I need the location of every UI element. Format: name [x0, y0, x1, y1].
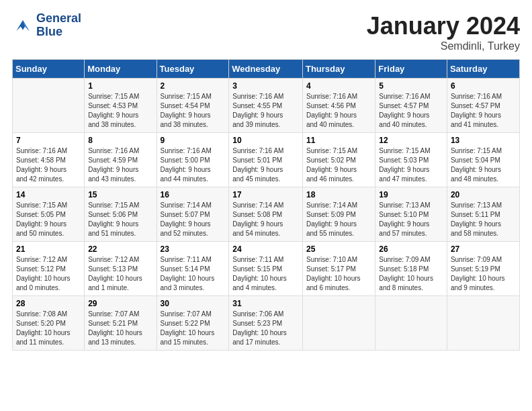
day-number: 26 [379, 244, 443, 254]
title-block: January 2024 Semdinli, Turkey [367, 12, 520, 52]
day-number: 15 [88, 190, 152, 199]
day-cell: 17Sunrise: 7:14 AM Sunset: 5:08 PM Dayli… [229, 187, 303, 242]
day-detail: Sunrise: 7:15 AM Sunset: 4:54 PM Dayligh… [161, 92, 226, 130]
day-detail: Sunrise: 7:16 AM Sunset: 4:57 PM Dayligh… [451, 92, 516, 130]
day-cell: 5Sunrise: 7:16 AM Sunset: 4:57 PM Daylig… [375, 79, 447, 133]
day-detail: Sunrise: 7:16 AM Sunset: 4:56 PM Dayligh… [306, 92, 371, 130]
day-cell: 7Sunrise: 7:16 AM Sunset: 4:58 PM Daylig… [13, 133, 85, 187]
day-detail: Sunrise: 7:15 AM Sunset: 5:06 PM Dayligh… [88, 201, 152, 238]
day-detail: Sunrise: 7:16 AM Sunset: 4:55 PM Dayligh… [232, 92, 299, 130]
day-number: 28 [16, 299, 81, 308]
day-cell: 23Sunrise: 7:11 AM Sunset: 5:14 PM Dayli… [157, 242, 229, 296]
day-number: 24 [232, 244, 299, 254]
day-number: 1 [88, 81, 152, 91]
day-detail: Sunrise: 7:14 AM Sunset: 5:09 PM Dayligh… [306, 201, 371, 238]
day-detail: Sunrise: 7:11 AM Sunset: 5:15 PM Dayligh… [232, 255, 299, 293]
day-detail: Sunrise: 7:14 AM Sunset: 5:08 PM Dayligh… [232, 201, 299, 238]
day-detail: Sunrise: 7:09 AM Sunset: 5:18 PM Dayligh… [379, 255, 443, 293]
day-cell: 14Sunrise: 7:15 AM Sunset: 5:05 PM Dayli… [13, 187, 85, 242]
week-row-3: 14Sunrise: 7:15 AM Sunset: 5:05 PM Dayli… [13, 187, 520, 242]
col-sunday: Sunday [13, 60, 85, 79]
day-cell: 12Sunrise: 7:15 AM Sunset: 5:03 PM Dayli… [375, 133, 447, 187]
logo-text: General Blue [36, 12, 81, 39]
header-row: Sunday Monday Tuesday Wednesday Thursday… [13, 60, 520, 79]
day-detail: Sunrise: 7:09 AM Sunset: 5:19 PM Dayligh… [451, 255, 516, 293]
day-number: 22 [88, 244, 152, 254]
day-number: 13 [451, 136, 516, 145]
calendar-header: Sunday Monday Tuesday Wednesday Thursday… [13, 60, 520, 79]
day-number: 10 [232, 136, 299, 145]
day-cell [302, 296, 375, 351]
day-cell: 19Sunrise: 7:13 AM Sunset: 5:10 PM Dayli… [375, 187, 447, 242]
day-number: 7 [16, 136, 81, 145]
day-detail: Sunrise: 7:15 AM Sunset: 5:02 PM Dayligh… [306, 146, 371, 184]
week-row-4: 21Sunrise: 7:12 AM Sunset: 5:12 PM Dayli… [13, 242, 520, 296]
day-detail: Sunrise: 7:16 AM Sunset: 5:01 PM Dayligh… [232, 146, 299, 184]
day-number: 5 [379, 81, 443, 91]
day-detail: Sunrise: 7:14 AM Sunset: 5:07 PM Dayligh… [161, 201, 226, 238]
logo: General Blue [12, 12, 81, 39]
day-detail: Sunrise: 7:16 AM Sunset: 5:00 PM Dayligh… [161, 146, 226, 184]
day-number: 27 [451, 244, 516, 254]
col-wednesday: Wednesday [229, 60, 303, 79]
day-cell: 31Sunrise: 7:06 AM Sunset: 5:23 PM Dayli… [229, 296, 303, 351]
day-detail: Sunrise: 7:08 AM Sunset: 5:20 PM Dayligh… [16, 310, 81, 347]
day-cell [375, 296, 447, 351]
day-detail: Sunrise: 7:15 AM Sunset: 5:03 PM Dayligh… [379, 146, 443, 184]
day-number: 8 [88, 136, 152, 145]
calendar-table: Sunday Monday Tuesday Wednesday Thursday… [12, 59, 520, 351]
day-cell [13, 79, 85, 133]
day-number: 25 [306, 244, 371, 254]
day-number: 29 [88, 299, 152, 308]
day-detail: Sunrise: 7:12 AM Sunset: 5:13 PM Dayligh… [88, 255, 152, 293]
month-title: January 2024 [367, 12, 520, 40]
day-number: 31 [232, 299, 299, 308]
day-detail: Sunrise: 7:07 AM Sunset: 5:21 PM Dayligh… [88, 310, 152, 347]
page: General Blue January 2024 Semdinli, Turk… [0, 0, 532, 411]
day-cell: 27Sunrise: 7:09 AM Sunset: 5:19 PM Dayli… [447, 242, 519, 296]
day-detail: Sunrise: 7:15 AM Sunset: 5:04 PM Dayligh… [451, 146, 516, 184]
day-cell: 1Sunrise: 7:15 AM Sunset: 4:53 PM Daylig… [85, 79, 157, 133]
day-cell: 2Sunrise: 7:15 AM Sunset: 4:54 PM Daylig… [157, 79, 229, 133]
day-cell: 28Sunrise: 7:08 AM Sunset: 5:20 PM Dayli… [13, 296, 85, 351]
day-cell: 10Sunrise: 7:16 AM Sunset: 5:01 PM Dayli… [229, 133, 303, 187]
day-cell: 4Sunrise: 7:16 AM Sunset: 4:56 PM Daylig… [302, 79, 375, 133]
day-cell: 20Sunrise: 7:13 AM Sunset: 5:11 PM Dayli… [447, 187, 519, 242]
logo-line1: General [36, 12, 81, 26]
day-number: 4 [306, 81, 371, 91]
day-detail: Sunrise: 7:10 AM Sunset: 5:17 PM Dayligh… [306, 255, 371, 293]
col-monday: Monday [85, 60, 157, 79]
week-row-5: 28Sunrise: 7:08 AM Sunset: 5:20 PM Dayli… [13, 296, 520, 351]
day-detail: Sunrise: 7:06 AM Sunset: 5:23 PM Dayligh… [232, 310, 299, 347]
header: General Blue January 2024 Semdinli, Turk… [12, 12, 520, 52]
day-number: 14 [16, 190, 81, 199]
col-friday: Friday [375, 60, 447, 79]
day-number: 3 [232, 81, 299, 91]
day-number: 17 [232, 190, 299, 199]
day-cell: 8Sunrise: 7:16 AM Sunset: 4:59 PM Daylig… [85, 133, 157, 187]
day-detail: Sunrise: 7:11 AM Sunset: 5:14 PM Dayligh… [161, 255, 226, 293]
day-cell: 30Sunrise: 7:07 AM Sunset: 5:22 PM Dayli… [157, 296, 229, 351]
day-detail: Sunrise: 7:12 AM Sunset: 5:12 PM Dayligh… [16, 255, 81, 293]
day-cell: 13Sunrise: 7:15 AM Sunset: 5:04 PM Dayli… [447, 133, 519, 187]
day-cell: 26Sunrise: 7:09 AM Sunset: 5:18 PM Dayli… [375, 242, 447, 296]
day-number: 20 [451, 190, 516, 199]
day-cell: 25Sunrise: 7:10 AM Sunset: 5:17 PM Dayli… [302, 242, 375, 296]
day-number: 2 [161, 81, 226, 91]
day-cell: 29Sunrise: 7:07 AM Sunset: 5:21 PM Dayli… [85, 296, 157, 351]
day-cell: 3Sunrise: 7:16 AM Sunset: 4:55 PM Daylig… [229, 79, 303, 133]
day-number: 16 [161, 190, 226, 199]
logo-line2: Blue [36, 26, 81, 39]
location: Semdinli, Turkey [367, 40, 520, 52]
week-row-1: 1Sunrise: 7:15 AM Sunset: 4:53 PM Daylig… [13, 79, 520, 133]
logo-icon [12, 15, 34, 36]
day-cell: 18Sunrise: 7:14 AM Sunset: 5:09 PM Dayli… [302, 187, 375, 242]
day-number: 12 [379, 136, 443, 145]
day-number: 30 [161, 299, 226, 308]
day-number: 6 [451, 81, 516, 91]
day-detail: Sunrise: 7:13 AM Sunset: 5:11 PM Dayligh… [451, 201, 516, 238]
day-cell: 11Sunrise: 7:15 AM Sunset: 5:02 PM Dayli… [302, 133, 375, 187]
day-cell: 9Sunrise: 7:16 AM Sunset: 5:00 PM Daylig… [157, 133, 229, 187]
col-saturday: Saturday [447, 60, 519, 79]
day-number: 9 [161, 136, 226, 145]
